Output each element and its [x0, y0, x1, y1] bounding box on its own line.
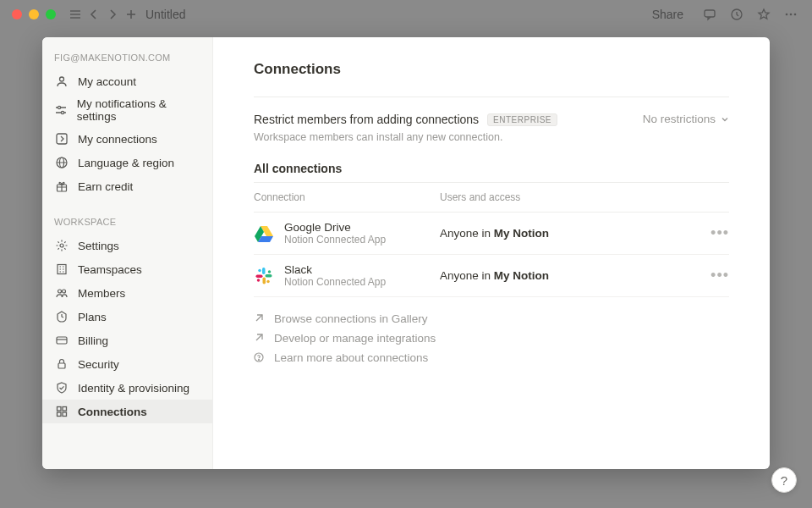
svg-rect-45	[263, 277, 266, 284]
building-icon	[54, 262, 69, 277]
updates-icon[interactable]	[727, 5, 746, 24]
learn-more-link[interactable]: Learn more about connections	[254, 351, 729, 364]
access-workspace: My Notion	[494, 227, 549, 240]
chevron-down-icon	[721, 115, 729, 124]
credit-card-icon	[54, 333, 69, 348]
sidebar-item-connections[interactable]: Connections	[42, 400, 212, 423]
sidebar-item-label: Connections	[78, 406, 147, 418]
sidebar-item-label: My connections	[78, 133, 157, 146]
develop-integrations-link[interactable]: Develop or manage integrations	[254, 332, 729, 345]
chrome-right-actions: Share	[652, 5, 800, 24]
sidebar-item-settings[interactable]: Settings	[42, 234, 212, 257]
connection-app: Google Drive Notion Connected App	[254, 221, 440, 246]
sidebar-item-plans[interactable]: Plans	[42, 305, 212, 329]
svg-rect-36	[58, 407, 62, 411]
footer-links: Browse connections in Gallery Develop or…	[254, 312, 729, 364]
col-connection: Connection	[254, 191, 440, 203]
svg-rect-46	[256, 274, 263, 278]
sidebar-item-label: Earn credit	[78, 180, 133, 193]
external-link-icon	[254, 333, 266, 345]
favorite-icon[interactable]	[754, 5, 773, 24]
window-chrome: Untitled Share	[0, 0, 812, 29]
menu-icon[interactable]	[66, 5, 85, 24]
nav-back-button[interactable]	[85, 5, 103, 24]
sidebar-item-label: Teamspaces	[78, 263, 142, 276]
share-button[interactable]: Share	[652, 8, 683, 21]
comments-icon[interactable]	[700, 5, 719, 24]
globe-icon	[54, 155, 69, 170]
grid-icon	[54, 404, 69, 419]
svg-rect-5	[705, 10, 715, 17]
settings-modal: FIG@MAKENOTION.COM My account My notific…	[42, 37, 770, 469]
connection-row: Google Drive Notion Connected App Anyone…	[254, 213, 729, 255]
all-connections-heading: All connections	[254, 162, 729, 175]
page-title[interactable]: Untitled	[145, 8, 185, 21]
svg-point-54	[259, 359, 260, 360]
connection-more-button[interactable]: •••	[705, 267, 729, 284]
sidebar-item-language[interactable]: Language & region	[42, 151, 212, 174]
gear-icon	[54, 238, 69, 253]
connection-more-button[interactable]: •••	[705, 224, 729, 242]
sidebar-item-teamspaces[interactable]: Teamspaces	[42, 257, 212, 281]
account-icon	[54, 74, 69, 89]
svg-point-9	[790, 14, 793, 16]
maximize-window-button[interactable]	[46, 9, 56, 19]
enterprise-badge: ENTERPRISE	[487, 113, 557, 126]
google-drive-icon	[254, 224, 274, 244]
svg-rect-38	[58, 412, 62, 417]
svg-rect-39	[63, 412, 67, 417]
connection-row: Slack Notion Connected App Anyone in My …	[254, 255, 729, 297]
access-prefix: Anyone in	[440, 227, 494, 240]
sidebar-item-notifications[interactable]: My notifications & settings	[42, 93, 212, 127]
connection-app: Slack Notion Connected App	[254, 263, 440, 288]
col-access: Users and access	[440, 191, 729, 203]
svg-point-50	[257, 279, 261, 282]
connection-access: Anyone in My Notion	[440, 227, 705, 240]
sidebar-item-earn-credit[interactable]: Earn credit	[42, 174, 212, 198]
minimize-window-button[interactable]	[29, 9, 39, 19]
svg-point-13	[58, 106, 61, 108]
svg-point-15	[62, 111, 64, 113]
sliders-icon	[54, 102, 69, 118]
svg-point-32	[63, 290, 66, 293]
sidebar-item-label: Identity & provisioning	[78, 382, 189, 395]
restrict-value: No restrictions	[643, 113, 716, 125]
lock-icon	[54, 356, 69, 372]
svg-rect-24	[58, 265, 66, 274]
browse-gallery-link[interactable]: Browse connections in Gallery	[254, 312, 729, 325]
connection-access: Anyone in My Notion	[440, 269, 705, 282]
sidebar-item-my-account[interactable]: My account	[42, 69, 212, 93]
svg-rect-44	[266, 274, 272, 278]
svg-point-31	[58, 290, 62, 293]
close-window-button[interactable]	[12, 9, 22, 19]
help-fab[interactable]: ?	[771, 467, 797, 493]
svg-rect-33	[57, 337, 67, 344]
connections-table-header: Connection Users and access	[254, 183, 729, 213]
access-prefix: Anyone in	[440, 269, 494, 282]
connection-name: Google Drive	[284, 221, 386, 234]
sidebar-item-label: Settings	[78, 240, 119, 252]
sidebar-item-billing[interactable]: Billing	[42, 329, 212, 352]
sidebar-item-label: My account	[78, 75, 136, 88]
sidebar-item-label: Billing	[78, 334, 108, 347]
svg-rect-35	[58, 363, 65, 368]
more-icon[interactable]	[782, 5, 800, 24]
external-link-icon	[254, 313, 266, 325]
access-workspace: My Notion	[494, 269, 549, 282]
restrict-dropdown[interactable]: No restrictions	[643, 113, 729, 125]
members-icon	[54, 285, 69, 301]
sidebar-item-label: Members	[78, 287, 125, 300]
svg-point-49	[266, 279, 270, 283]
nav-forward-button[interactable]	[103, 5, 122, 24]
sidebar-item-identity[interactable]: Identity & provisioning	[42, 376, 212, 400]
sidebar-item-security[interactable]: Security	[42, 352, 212, 376]
link-label: Browse connections in Gallery	[274, 312, 428, 325]
sidebar-workspace-header: WORKSPACE	[42, 213, 212, 234]
link-label: Develop or manage integrations	[274, 332, 436, 345]
sidebar-item-my-connections[interactable]: My connections	[42, 127, 212, 151]
connections-icon	[54, 131, 69, 146]
sidebar-item-members[interactable]: Members	[42, 281, 212, 305]
new-tab-button[interactable]	[122, 5, 140, 24]
restrict-section: Restrict members from adding connections…	[254, 113, 729, 143]
svg-point-23	[60, 244, 63, 247]
